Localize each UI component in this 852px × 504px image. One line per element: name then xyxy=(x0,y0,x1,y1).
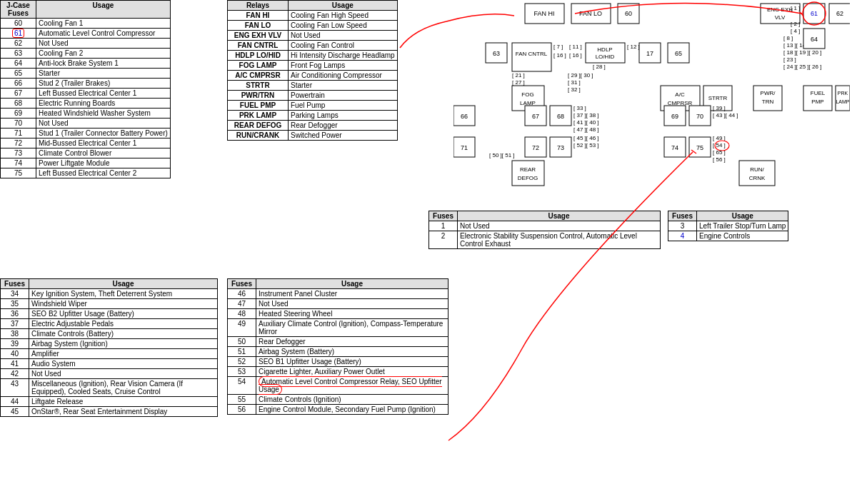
fsl-col1: Fuses xyxy=(429,211,458,221)
table-row: FUEL PMPFuel Pump xyxy=(228,101,398,111)
svg-text:[ 16 ]: [ 16 ] xyxy=(569,52,582,59)
table-row: 61Automatic Level Control Compressor xyxy=(1,29,171,39)
table-row: 35Windshield Wiper xyxy=(1,299,218,309)
table-row: 40Amplifier xyxy=(1,349,218,359)
fuses-small-right-section: Fuses Usage 3Left Trailer Stop/Turn Lamp… xyxy=(668,211,846,241)
fuses-small-left-table: Fuses Usage 1Not Used2Electronic Stabili… xyxy=(428,211,661,249)
fml-col2: Usage xyxy=(29,279,218,289)
svg-text:61: 61 xyxy=(811,10,818,17)
relays-col2-header: Usage xyxy=(289,1,398,11)
table-row: 63Cooling Fan 2 xyxy=(1,49,171,59)
table-row: 2Electronic Stability Suspension Control… xyxy=(429,231,661,249)
svg-text:[ 16 ]: [ 16 ] xyxy=(553,52,566,59)
svg-text:[ 23 ]: [ 23 ] xyxy=(783,56,796,63)
fuses-small-right-table: Fuses Usage 3Left Trailer Stop/Turn Lamp… xyxy=(668,211,788,241)
table-row: 1Not Used xyxy=(429,221,661,231)
fsl-col2: Usage xyxy=(458,211,661,221)
table-row: 70Not Used xyxy=(1,119,171,128)
relays-section: Relays Usage FAN HICooling Fan High Spee… xyxy=(227,0,448,141)
table-row: 68Electric Running Boards xyxy=(1,99,171,109)
svg-text:69: 69 xyxy=(671,113,678,120)
table-row: 51Airbag System (Battery) xyxy=(228,347,448,357)
svg-text:[ 29 ][ 30 ]: [ 29 ][ 30 ] xyxy=(568,72,593,79)
svg-text:60: 60 xyxy=(625,10,632,17)
svg-text:LO/HID: LO/HID xyxy=(596,54,615,60)
svg-text:64: 64 xyxy=(811,36,818,43)
table-row: 52SEO B1 Upfitter Usage (Battery) xyxy=(228,357,448,367)
svg-text:STRTR: STRTR xyxy=(708,95,728,101)
svg-text:PWR/: PWR/ xyxy=(761,90,776,96)
table-row: 75Left Bussed Electrical Center 2 xyxy=(1,168,171,178)
table-row: RUN/CRANKSwitched Power xyxy=(228,131,398,141)
svg-text:[ 65 ]: [ 65 ] xyxy=(713,149,726,156)
table-row: 44Liftgate Release xyxy=(1,397,218,407)
main-wrapper: J-Case Fuses Usage 60Cooling Fan 161Auto… xyxy=(0,0,852,504)
svg-text:[ 28 ]: [ 28 ] xyxy=(593,64,606,70)
jcase-table: J-Case Fuses Usage 60Cooling Fan 161Auto… xyxy=(0,0,171,178)
svg-text:[ 11 ]: [ 11 ] xyxy=(569,44,582,50)
svg-text:[ 31 ]: [ 31 ] xyxy=(568,79,581,86)
svg-text:RUN/: RUN/ xyxy=(750,166,764,173)
table-row: 3Left Trailer Stop/Turn Lamp xyxy=(668,221,788,231)
svg-rect-80 xyxy=(836,86,850,111)
svg-text:75: 75 xyxy=(696,144,703,151)
svg-text:[ 33 ]: [ 33 ] xyxy=(573,105,586,111)
svg-text:REAR: REAR xyxy=(520,166,536,173)
table-row: ENG EXH VLVNot Used xyxy=(228,31,398,41)
svg-text:TRN: TRN xyxy=(762,99,774,105)
table-row: FAN LOCooling Fan Low Speed xyxy=(228,21,398,31)
svg-text:FUEL: FUEL xyxy=(811,90,826,96)
table-row: 71Stud 1 (Trailer Connector Battery Powe… xyxy=(1,128,171,138)
svg-text:70: 70 xyxy=(696,113,703,120)
table-row: 54Automatic Level Control Compressor Rel… xyxy=(228,377,448,395)
table-row: 67Left Bussed Electrical Center 1 xyxy=(1,89,171,99)
table-row: 65Starter xyxy=(1,69,171,79)
svg-text:[ 18 ][ 19 ][ 20 ]: [ 18 ][ 19 ][ 20 ] xyxy=(783,49,821,56)
diagram-area: FAN HI FAN LO 60 ENG EXH VLV 61 62 xyxy=(453,0,852,211)
jcase-col2-header: Usage xyxy=(36,1,171,19)
fmr-col2: Usage xyxy=(256,279,448,289)
svg-text:74: 74 xyxy=(671,144,678,151)
fuses-small-left-section: Fuses Usage 1Not Used2Electronic Stabili… xyxy=(428,211,661,249)
svg-text:[ 12 ]: [ 12 ] xyxy=(627,44,640,50)
svg-text:[ 43 ][ 44 ]: [ 43 ][ 44 ] xyxy=(713,112,738,119)
table-row: 48Heated Steering Wheel xyxy=(228,309,448,319)
table-row: PWR/TRNPowertrain xyxy=(228,91,398,101)
table-row: 38Climate Controls (Battery) xyxy=(1,329,218,339)
svg-text:[ 50 ][ 51 ]: [ 50 ][ 51 ] xyxy=(489,152,515,158)
svg-text:VLV: VLV xyxy=(775,14,786,21)
fuses-mid-left-section: Fuses Usage 34Key Ignition System, Theft… xyxy=(0,278,218,417)
table-row: 34Key Ignition System, Theft Deterrent S… xyxy=(1,289,218,299)
svg-text:[ 21 ]: [ 21 ] xyxy=(512,72,525,79)
table-row: 72Mid-Bussed Electrical Center 1 xyxy=(1,138,171,148)
svg-text:[ 4 ]: [ 4 ] xyxy=(791,28,800,34)
svg-text:[ 41 ][ 40 ]: [ 41 ][ 40 ] xyxy=(573,119,599,126)
fuses-mid-right-table: Fuses Usage 46Instrument Panel Cluster47… xyxy=(227,278,448,415)
table-row: 39Airbag System (Ignition) xyxy=(1,339,218,349)
svg-text:DEFOG: DEFOG xyxy=(518,175,538,181)
svg-text:PRK: PRK xyxy=(838,91,848,96)
svg-text:72: 72 xyxy=(532,144,539,151)
table-row: REAR DEFOGRear Defogger xyxy=(228,121,398,131)
svg-text:[ 7 ]: [ 7 ] xyxy=(553,44,563,50)
fuses-mid-left-table: Fuses Usage 34Key Ignition System, Theft… xyxy=(0,278,218,417)
table-row: 55Climate Controls (Ignition) xyxy=(228,395,448,405)
relays-col1-header: Relays xyxy=(228,1,289,11)
table-row: 73Climate Control Blower xyxy=(1,148,171,158)
svg-rect-104 xyxy=(739,161,775,186)
table-row: FAN CNTRLCooling Fan Control xyxy=(228,41,398,51)
svg-text:63: 63 xyxy=(493,50,500,57)
fsr-col1: Fuses xyxy=(668,211,697,221)
table-row: A/C CMPRSRAir Conditioning Compressor xyxy=(228,71,398,81)
svg-text:[ 24 ][ 25 ][ 26 ]: [ 24 ][ 25 ][ 26 ] xyxy=(783,64,821,70)
svg-text:PMP: PMP xyxy=(811,99,823,105)
svg-text:17: 17 xyxy=(646,50,653,57)
svg-text:[ 37 ][ 38 ]: [ 37 ][ 38 ] xyxy=(573,112,599,119)
svg-text:A/C: A/C xyxy=(675,91,685,98)
svg-text:65: 65 xyxy=(675,50,682,57)
svg-text:62: 62 xyxy=(836,10,843,17)
table-row: 69Heated Windshield Washer System xyxy=(1,109,171,119)
table-row: 53Cigarette Lighter, Auxiliary Power Out… xyxy=(228,367,448,377)
table-row: 45OnStar®, Rear Seat Entertainment Displ… xyxy=(1,407,218,417)
jcase-col1-header: J-Case Fuses xyxy=(1,1,36,19)
